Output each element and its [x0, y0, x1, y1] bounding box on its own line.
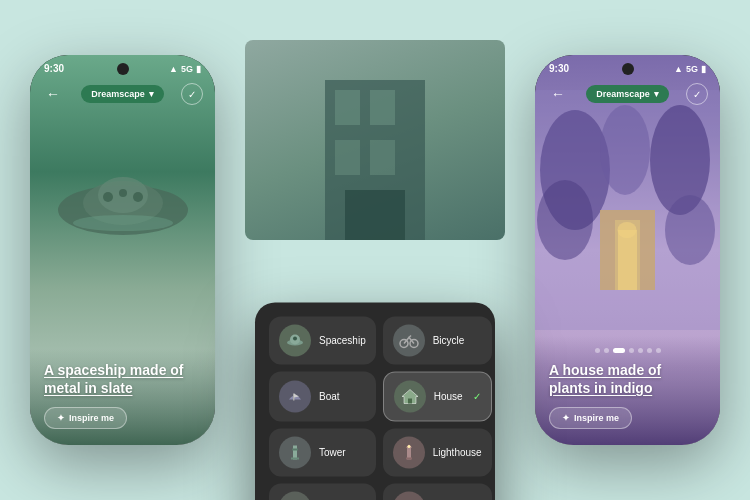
building-icon — [279, 491, 311, 500]
dot-5 — [638, 348, 643, 353]
svg-rect-21 — [408, 398, 412, 403]
boat-icon — [279, 380, 311, 412]
right-main-text: A house made of — [549, 362, 661, 378]
tower-icon — [279, 436, 311, 468]
right-main-title: A house made of plants in indigo — [549, 361, 706, 397]
spaceship-icon — [279, 324, 311, 356]
right-main-text-underline: plants in indigo — [549, 380, 652, 396]
dot-2 — [604, 348, 609, 353]
svg-point-15 — [293, 336, 297, 340]
svg-point-5 — [119, 189, 127, 197]
grid-item-boat[interactable]: Boat — [269, 371, 376, 421]
left-main-title: A spaceship made of metal in slate — [44, 361, 201, 397]
right-inspire-label: Inspire me — [574, 413, 619, 423]
left-content-bottom: A spaceship made of metal in slate ✦ Ins… — [30, 349, 215, 445]
bicycle-icon — [393, 324, 425, 356]
svg-rect-22 — [293, 445, 297, 459]
right-phone-screen: 9:30 ▲ 5G ▮ ← Dreamscape ▾ ✓ — [535, 55, 720, 445]
svg-point-44 — [618, 222, 637, 238]
right-dropdown-chevron: ▾ — [654, 89, 659, 99]
right-inspire-button[interactable]: ✦ Inspire me — [549, 407, 632, 429]
svg-rect-12 — [345, 190, 405, 240]
building-bg-photo — [245, 40, 505, 240]
svg-rect-43 — [618, 230, 637, 290]
bridge-icon — [393, 491, 425, 500]
pagination-dots — [549, 348, 706, 353]
right-inspire-icon: ✦ — [562, 413, 570, 423]
left-dropdown-label: Dreamscape — [91, 89, 145, 99]
lighthouse-label: Lighthouse — [433, 447, 482, 458]
dropdown-grid: Spaceship Bicycle Boat — [269, 316, 481, 500]
right-phone: 9:30 ▲ 5G ▮ ← Dreamscape ▾ ✓ — [535, 55, 720, 445]
tower-label: Tower — [319, 447, 346, 458]
house-label: House — [434, 391, 463, 402]
svg-point-45 — [537, 180, 593, 260]
left-inspire-label: Inspire me — [69, 413, 114, 423]
right-check-button[interactable]: ✓ — [686, 83, 708, 105]
grid-item-tower[interactable]: Tower — [269, 428, 376, 476]
right-content-bottom: A house made of plants in indigo ✦ Inspi… — [535, 336, 720, 445]
dot-4 — [629, 348, 634, 353]
right-dropdown-label: Dreamscape — [596, 89, 650, 99]
grid-item-bridge[interactable]: Bridge — [383, 483, 492, 500]
house-plant-svg — [535, 90, 720, 330]
svg-rect-9 — [370, 90, 395, 125]
svg-rect-23 — [291, 457, 299, 459]
left-check-button[interactable]: ✓ — [181, 83, 203, 105]
dot-3 — [613, 348, 625, 353]
grid-item-building[interactable]: Building — [269, 483, 376, 500]
left-hero-image — [30, 95, 215, 295]
grid-item-lighthouse[interactable]: Lighthouse — [383, 428, 492, 476]
left-nav-dropdown[interactable]: Dreamscape ▾ — [81, 85, 164, 103]
svg-point-40 — [600, 105, 650, 195]
left-back-button[interactable]: ← — [42, 83, 64, 105]
left-main-text-underline: metal in slate — [44, 380, 133, 396]
spaceship-svg — [48, 120, 198, 270]
svg-rect-24 — [292, 448, 298, 450]
svg-line-18 — [409, 335, 411, 337]
grid-item-spaceship[interactable]: Spaceship — [269, 316, 376, 364]
right-back-button[interactable]: ← — [547, 83, 569, 105]
dropdown-panel: Spaceship Bicycle Boat — [255, 302, 495, 500]
svg-point-4 — [103, 192, 113, 202]
house-icon — [394, 380, 426, 412]
left-main-text: A spaceship made of — [44, 362, 184, 378]
spaceship-label: Spaceship — [319, 335, 366, 346]
grid-item-house[interactable]: House ✓ — [383, 371, 492, 421]
left-inspire-button[interactable]: ✦ Inspire me — [44, 407, 127, 429]
boat-label: Boat — [319, 391, 340, 402]
right-nav-dropdown[interactable]: Dreamscape ▾ — [586, 85, 669, 103]
svg-point-3 — [73, 215, 173, 231]
bicycle-label: Bicycle — [433, 335, 465, 346]
left-phone: 9:30 ▲ 5G ▮ ← Dreamscape ▾ ✓ — [30, 55, 215, 445]
dot-6 — [647, 348, 652, 353]
svg-rect-11 — [370, 140, 395, 175]
lighthouse-icon — [393, 436, 425, 468]
building-svg — [245, 40, 505, 240]
svg-point-46 — [665, 195, 715, 265]
camera-notch-right — [622, 63, 634, 75]
svg-point-28 — [407, 445, 410, 448]
grid-item-bicycle[interactable]: Bicycle — [383, 316, 492, 364]
left-dropdown-chevron: ▾ — [149, 89, 154, 99]
svg-rect-8 — [335, 90, 360, 125]
svg-rect-27 — [406, 457, 412, 459]
dot-7 — [656, 348, 661, 353]
house-check: ✓ — [473, 391, 481, 402]
left-phone-screen: 9:30 ▲ 5G ▮ ← Dreamscape ▾ ✓ — [30, 55, 215, 445]
svg-point-6 — [133, 192, 143, 202]
svg-rect-10 — [335, 140, 360, 175]
camera-notch-left — [117, 63, 129, 75]
right-hero-image — [535, 90, 720, 330]
dot-1 — [595, 348, 600, 353]
left-inspire-icon: ✦ — [57, 413, 65, 423]
